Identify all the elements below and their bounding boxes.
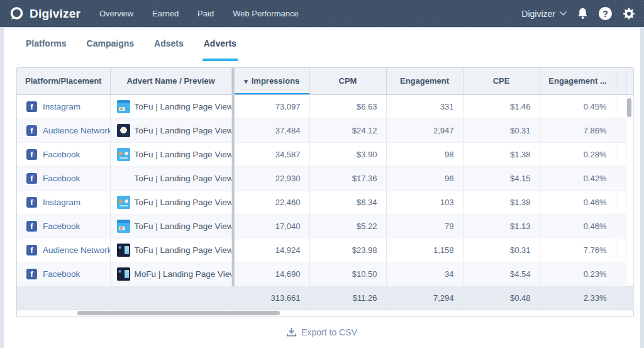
tab-adverts[interactable]: Adverts — [203, 28, 238, 61]
advert-name[interactable]: ToFu | Landing Page Views | — [135, 198, 232, 207]
total-cpe: $0.48 — [463, 286, 540, 310]
cpm-value: $23.98 — [309, 238, 386, 262]
engagement-rate-value: 0.23% — [540, 262, 616, 286]
engagement-value: 331 — [386, 94, 463, 118]
chevron-down-icon — [560, 11, 567, 16]
advert-name[interactable]: ToFu | Landing Page Views | — [135, 126, 232, 135]
advert-thumbnail — [117, 220, 130, 233]
notifications-bell-icon[interactable] — [577, 8, 588, 20]
horizontal-scrollbar-thumb[interactable] — [77, 311, 280, 315]
vertical-scrollbar-thumb[interactable] — [627, 98, 631, 117]
table-row[interactable]: fAudience Network ToFu | Landing Page Vi… — [17, 238, 633, 262]
platform-label[interactable]: Instagram — [43, 102, 80, 111]
table-row[interactable]: fAudience Network ToFu | Landing Page Vi… — [17, 118, 633, 142]
table-row[interactable]: fFacebook ToFu | Landing Page Views | 22… — [17, 166, 633, 190]
totals-platform-empty — [17, 286, 110, 310]
advert-name[interactable]: ToFu | Landing Page Views | — [135, 174, 232, 183]
header-row: Platform/Placement Advert Name / Preview… — [17, 68, 633, 94]
nav-item-paid[interactable]: Paid — [197, 9, 214, 18]
platform-label[interactable]: Instagram — [43, 198, 80, 207]
scroll-gutter — [626, 142, 633, 166]
platform-label[interactable]: Facebook — [43, 174, 80, 183]
spacer-cell — [616, 214, 626, 238]
facebook-icon: f — [26, 245, 37, 255]
cpe-value: $1.46 — [463, 94, 540, 118]
tab-platforms[interactable]: Platforms — [25, 28, 68, 61]
advert-name[interactable]: ToFu | Landing Page Views | — [135, 222, 232, 231]
spacer-cell — [616, 166, 626, 190]
advert-name[interactable]: ToFu | Landing Page Views | — [135, 150, 232, 159]
cpe-value: $1.38 — [463, 190, 540, 214]
adverts-table: Platform/Placement Advert Name / Preview… — [16, 67, 634, 317]
impressions-value: 22,930 — [235, 166, 309, 190]
header-cpm[interactable]: CPM — [309, 68, 386, 94]
header-engagement[interactable]: Engagement — [386, 68, 463, 94]
advert-name[interactable]: ToFu | Landing Page Views | — [135, 245, 232, 255]
header-scroll-gutter — [626, 68, 633, 94]
engagement-value: 103 — [386, 190, 463, 214]
header-advert[interactable]: Advert Name / Preview — [110, 68, 231, 94]
help-glyph: ? — [599, 7, 612, 20]
brand[interactable]: Digivizer — [9, 6, 80, 21]
header-platform[interactable]: Platform/Placement — [17, 68, 110, 94]
engagement-rate-value: 0.46% — [540, 190, 616, 214]
impressions-value: 14,690 — [235, 262, 309, 286]
horizontal-scrollbar[interactable] — [17, 310, 633, 317]
help-icon[interactable]: ? — [599, 7, 612, 20]
advert-name[interactable]: MoFu | Landing Page Views — [135, 269, 232, 279]
header-spacer — [616, 68, 626, 94]
facebook-icon: f — [26, 149, 37, 160]
export-csv-button[interactable]: Export to CSV — [287, 327, 357, 337]
tab-adsets[interactable]: Adsets — [153, 28, 185, 61]
scroll-gutter — [626, 262, 633, 286]
facebook-icon: f — [26, 125, 37, 136]
facebook-icon: f — [26, 101, 37, 112]
engagement-rate-value: 0.46% — [540, 214, 616, 238]
engagement-value: 34 — [386, 262, 463, 286]
table-row[interactable]: fInstagram ToFu | Landing Page Views | 7… — [17, 94, 633, 118]
advert-name[interactable]: ToFu | Landing Page Views | — [135, 102, 232, 111]
total-impressions: 313,661 — [235, 286, 309, 310]
totals-row: 313,661 $11.26 7,294 $0.48 2.33% — [17, 286, 633, 310]
spacer-cell — [616, 238, 626, 262]
cpm-value: $6.63 — [309, 94, 386, 118]
header-impressions[interactable]: ▾Impressions — [235, 68, 309, 94]
table-row[interactable]: fFacebook ToFu | Landing Page Views | 34… — [17, 142, 633, 166]
engagement-rate-value: 7.86% — [540, 118, 616, 142]
engagement-rate-value: 0.28% — [540, 142, 616, 166]
spacer-cell — [616, 286, 626, 310]
platform-label[interactable]: Facebook — [43, 150, 80, 159]
total-engagement: 7,294 — [386, 286, 463, 310]
advert-thumbnail — [117, 196, 130, 209]
top-navbar: Digivizer Overview Earned Paid Web Perfo… — [0, 0, 644, 27]
platform-label[interactable]: Audience Network — [43, 126, 110, 135]
spacer-cell — [616, 118, 626, 142]
impressions-value: 17,040 — [235, 214, 309, 238]
platform-label[interactable]: Facebook — [43, 269, 80, 279]
nav-item-earned[interactable]: Earned — [152, 9, 179, 18]
platform-label[interactable]: Facebook — [43, 222, 80, 231]
brand-name: Digivizer — [30, 7, 80, 21]
header-engagement-rate[interactable]: Engagement ... — [540, 68, 616, 94]
account-menu[interactable]: Digivizer — [521, 9, 567, 19]
digivizer-logo-icon — [9, 6, 25, 21]
cpm-value: $5.22 — [309, 214, 386, 238]
cpe-value: $1.38 — [463, 142, 540, 166]
spacer-cell — [616, 262, 626, 286]
header-cpe[interactable]: CPE — [463, 68, 540, 94]
engagement-rate-value: 0.42% — [540, 166, 616, 190]
nav-item-web-performance[interactable]: Web Performance — [233, 9, 299, 18]
settings-gear-icon[interactable] — [623, 8, 635, 20]
engagement-rate-value: 0.45% — [540, 94, 616, 118]
nav-item-overview[interactable]: Overview — [99, 9, 133, 18]
tab-campaigns[interactable]: Campaigns — [86, 28, 135, 61]
platform-label[interactable]: Audience Network — [43, 245, 110, 255]
cpe-value: $0.31 — [463, 118, 540, 142]
engagement-value: 2,947 — [386, 118, 463, 142]
cpe-value: $0.31 — [463, 238, 540, 262]
impressions-value: 22,460 — [235, 190, 309, 214]
table-row[interactable]: fFacebook ToFu | Landing Page Views | 17… — [17, 214, 633, 238]
table-row[interactable]: fFacebook MoFu | Landing Page Views 14,6… — [17, 262, 633, 286]
engagement-value: 98 — [386, 142, 463, 166]
table-row[interactable]: fInstagram ToFu | Landing Page Views | 2… — [17, 190, 633, 214]
